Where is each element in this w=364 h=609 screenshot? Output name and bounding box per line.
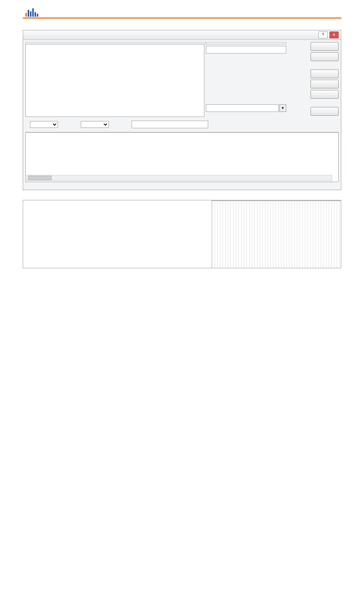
chevron-down-icon[interactable]: ▾ — [279, 104, 286, 112]
gantt-chart — [23, 200, 341, 268]
result-grid[interactable] — [25, 132, 339, 182]
page-header — [23, 8, 341, 19]
brand-logo — [23, 8, 39, 17]
field-list[interactable] — [25, 44, 204, 117]
logo-chart-icon — [25, 8, 39, 17]
cancel-button[interactable] — [311, 52, 339, 61]
print-button[interactable] — [311, 80, 339, 88]
matcha-select[interactable] — [30, 121, 58, 128]
status-bar — [25, 184, 339, 187]
clear-button[interactable] — [311, 69, 339, 78]
help-button[interactable] — [311, 107, 339, 116]
scrollbar[interactable] — [27, 175, 332, 181]
close-icon[interactable]: × — [329, 31, 339, 38]
value-input[interactable] — [206, 46, 286, 54]
monster-input[interactable] — [132, 121, 208, 128]
varde-header — [206, 42, 286, 44]
visatid-select[interactable] — [81, 121, 109, 128]
search-button[interactable] — [311, 42, 339, 51]
export-button[interactable] — [311, 90, 339, 99]
window-titlebar: ? × — [23, 30, 341, 40]
window-controls: ? × — [318, 31, 339, 38]
help-icon[interactable]: ? — [318, 31, 328, 38]
value-combo[interactable] — [206, 104, 279, 112]
database-window: ? × ▾ — [23, 30, 341, 190]
button-column — [311, 42, 339, 117]
filter-row — [25, 118, 339, 131]
